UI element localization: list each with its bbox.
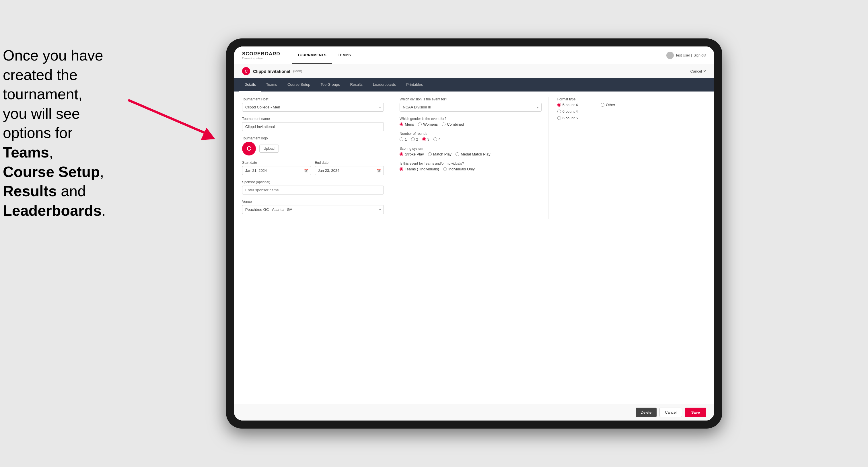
teams-label: Is this event for Teams and/or Individua… <box>400 161 541 165</box>
tournament-logo-group: Tournament logo C Upload <box>242 136 384 155</box>
tournament-logo-mini: C <box>242 67 250 75</box>
gender-combined[interactable]: Combined <box>442 122 464 126</box>
start-date-wrapper: 📅 <box>242 166 311 175</box>
format-5count4[interactable]: 5 count 4 <box>557 103 578 107</box>
logo-upload-area: C Upload <box>242 142 384 155</box>
cancel-button[interactable]: Cancel <box>659 408 682 417</box>
format-radio-group: 5 count 4 Other 6 count 4 <box>557 103 699 120</box>
tournament-title-area: C Clippd Invitational (Men) <box>242 67 302 75</box>
nav-links: TOURNAMENTS TEAMS <box>292 46 356 64</box>
tab-printables[interactable]: Printables <box>401 78 428 92</box>
tournament-host-group: Tournament Host Clippd College - Men ▾ <box>242 97 384 112</box>
svg-marker-0 <box>201 128 215 140</box>
main-content: Tournament Host Clippd College - Men ▾ T… <box>234 92 714 404</box>
tournament-host-select[interactable]: Clippd College - Men <box>242 103 384 112</box>
tablet-device: SCOREBOARD Powered by clippd TOURNAMENTS… <box>226 38 722 429</box>
delete-button[interactable]: Delete <box>636 408 657 417</box>
rounds-group: Number of rounds 1 2 <box>400 132 541 142</box>
gender-label: Which gender is the event for? <box>400 117 541 121</box>
upload-button[interactable]: Upload <box>259 145 279 153</box>
logo-sub: Powered by clippd <box>242 57 280 59</box>
logo-circle: C <box>242 142 256 155</box>
tab-leaderboards[interactable]: Leaderboards <box>368 78 401 92</box>
tablet-screen: SCOREBOARD Powered by clippd TOURNAMENTS… <box>234 46 714 421</box>
teams-group: Is this event for Teams and/or Individua… <box>400 161 541 171</box>
teams-plus-individuals[interactable]: Teams (+Individuals) <box>400 167 439 171</box>
scoring-group: Scoring system Stroke Play Match Play <box>400 147 541 156</box>
sponsor-group: Sponsor (optional) <box>242 180 384 194</box>
scoring-medal[interactable]: Medal Match Play <box>456 152 490 156</box>
gender-womens[interactable]: Womens <box>418 122 438 126</box>
format-6count4[interactable]: 6 count 4 <box>557 109 699 114</box>
logo-area: SCOREBOARD Powered by clippd <box>242 51 280 59</box>
nav-tournaments[interactable]: TOURNAMENTS <box>292 46 332 64</box>
annotation-text: Once you havecreated thetournament,you w… <box>3 46 105 220</box>
tournament-logo-label: Tournament logo <box>242 136 384 140</box>
tab-tee-groups[interactable]: Tee Groups <box>315 78 345 92</box>
dates-row: Start date 📅 End date 📅 <box>242 161 384 180</box>
tab-details[interactable]: Details <box>239 78 261 92</box>
gender-group: Which gender is the event for? Mens Wome… <box>400 117 541 126</box>
venue-select-wrapper: Peachtree GC - Atlanta - GA ▾ <box>242 205 384 214</box>
tournament-host-label: Tournament Host <box>242 97 384 101</box>
form-col-3: Format type 5 count 4 Other <box>557 97 706 219</box>
rounds-1[interactable]: 1 <box>400 137 407 142</box>
avatar <box>666 52 674 59</box>
tournament-host-select-wrapper: Clippd College - Men ▾ <box>242 103 384 112</box>
division-label: Which division is the event for? <box>400 97 541 101</box>
rounds-2[interactable]: 2 <box>411 137 418 142</box>
user-name: Test User | <box>676 53 692 57</box>
division-group: Which division is the event for? NCAA Di… <box>400 97 541 112</box>
form-columns: Tournament Host Clippd College - Men ▾ T… <box>242 97 706 219</box>
venue-select[interactable]: Peachtree GC - Atlanta - GA <box>242 205 384 214</box>
sign-out-link[interactable]: Sign out <box>693 53 706 57</box>
rounds-radio-group: 1 2 3 <box>400 137 541 142</box>
user-area: Test User | Sign out <box>666 52 706 59</box>
tournament-name-input[interactable] <box>242 122 384 131</box>
tournament-gender-tag: (Men) <box>293 69 302 73</box>
venue-group: Venue Peachtree GC - Atlanta - GA ▾ <box>242 200 384 214</box>
rounds-3[interactable]: 3 <box>422 137 429 142</box>
start-date-group: Start date 📅 <box>242 161 311 175</box>
format-6count5[interactable]: 6 count 5 <box>557 116 699 120</box>
format-group: Format type 5 count 4 Other <box>557 97 699 120</box>
app-container: SCOREBOARD Powered by clippd TOURNAMENTS… <box>234 46 714 421</box>
save-button[interactable]: Save <box>685 408 706 417</box>
rounds-4[interactable]: 4 <box>433 137 441 142</box>
individuals-only[interactable]: Individuals Only <box>443 167 475 171</box>
tabs-bar: Details Teams Course Setup Tee Groups Re… <box>234 78 714 92</box>
tab-course-setup[interactable]: Course Setup <box>282 78 315 92</box>
start-date-input[interactable] <box>242 166 311 175</box>
scoring-label: Scoring system <box>400 147 541 151</box>
sponsor-label: Sponsor (optional) <box>242 180 384 184</box>
form-col-2: Which division is the event for? NCAA Di… <box>400 97 549 219</box>
top-nav: SCOREBOARD Powered by clippd TOURNAMENTS… <box>234 46 714 64</box>
teams-radio-group: Teams (+Individuals) Individuals Only <box>400 167 541 171</box>
format-other[interactable]: Other <box>601 103 615 107</box>
tournament-name: Clippd Invitational <box>253 69 290 74</box>
scoring-stroke[interactable]: Stroke Play <box>400 152 424 156</box>
calendar-icon-start: 📅 <box>304 169 308 173</box>
calendar-icon-end: 📅 <box>377 169 381 173</box>
venue-label: Venue <box>242 200 384 204</box>
tournament-name-label: Tournament name <box>242 117 384 121</box>
end-date-input[interactable] <box>315 166 384 175</box>
form-footer: Delete Cancel Save <box>234 404 714 421</box>
rounds-label: Number of rounds <box>400 132 541 136</box>
annotation-arrow <box>123 95 221 146</box>
form-col-1: Tournament Host Clippd College - Men ▾ T… <box>242 97 391 219</box>
scoring-match[interactable]: Match Play <box>428 152 452 156</box>
gender-mens[interactable]: Mens <box>400 122 414 126</box>
cancel-header-button[interactable]: Cancel ✕ <box>690 69 706 73</box>
sponsor-input[interactable] <box>242 186 384 194</box>
tournament-header: C Clippd Invitational (Men) Cancel ✕ <box>234 64 714 78</box>
format-label: Format type <box>557 97 699 101</box>
tab-teams[interactable]: Teams <box>261 78 282 92</box>
end-date-wrapper: 📅 <box>315 166 384 175</box>
division-select[interactable]: NCAA Division III <box>400 103 541 112</box>
division-select-wrapper: NCAA Division III ▾ <box>400 103 541 112</box>
nav-teams[interactable]: TEAMS <box>332 46 357 64</box>
tab-results[interactable]: Results <box>345 78 368 92</box>
gender-radio-group: Mens Womens Combined <box>400 122 541 126</box>
tournament-name-group: Tournament name <box>242 117 384 131</box>
